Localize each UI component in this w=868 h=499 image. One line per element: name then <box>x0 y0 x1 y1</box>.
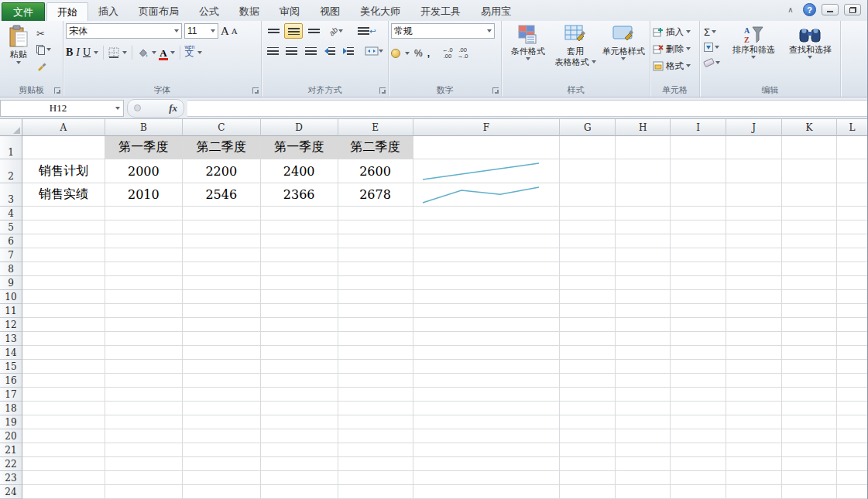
cell-D16[interactable] <box>261 374 338 388</box>
tab-view[interactable]: 视图 <box>310 2 350 21</box>
cell-L20[interactable] <box>837 429 868 443</box>
cell-L9[interactable] <box>837 276 868 290</box>
cell-B9[interactable] <box>105 276 183 290</box>
cell-B17[interactable] <box>105 388 183 402</box>
cell-J15[interactable] <box>726 360 782 374</box>
column-header-D[interactable]: D <box>261 119 338 136</box>
row-header-11[interactable]: 11 <box>0 304 22 318</box>
cell-K17[interactable] <box>782 388 837 402</box>
column-header-B[interactable]: B <box>105 119 183 136</box>
cell-H8[interactable] <box>616 262 671 276</box>
cell-C6[interactable] <box>183 234 261 248</box>
cell-J4[interactable] <box>726 207 782 220</box>
cell-H13[interactable] <box>616 332 671 346</box>
name-box[interactable]: H12 <box>0 100 124 117</box>
cell-F24[interactable] <box>413 485 561 499</box>
column-header-F[interactable]: F <box>413 119 561 136</box>
cell-B16[interactable] <box>105 374 183 388</box>
cell-D17[interactable] <box>261 388 338 402</box>
cell-K15[interactable] <box>782 360 837 374</box>
cell-A21[interactable] <box>22 443 105 457</box>
cell-H14[interactable] <box>616 346 671 360</box>
cell-K23[interactable] <box>782 471 837 485</box>
cell-C3[interactable]: 2546 <box>183 183 261 207</box>
column-header-G[interactable]: G <box>560 119 616 136</box>
cell-I6[interactable] <box>671 234 726 248</box>
cell-C14[interactable] <box>183 346 261 360</box>
clipboard-dialog-launcher[interactable] <box>54 87 60 94</box>
cell-F23[interactable] <box>413 471 561 485</box>
cell-I16[interactable] <box>671 374 726 388</box>
cell-D14[interactable] <box>261 346 338 360</box>
cell-C7[interactable] <box>183 248 261 262</box>
tab-formulas[interactable]: 公式 <box>189 2 229 21</box>
delete-cells-button[interactable]: 删除 <box>653 40 698 57</box>
underline-dropdown-icon[interactable] <box>94 51 98 54</box>
cell-B21[interactable] <box>105 443 183 457</box>
cell-H18[interactable] <box>616 402 671 415</box>
increase-indent-button[interactable] <box>340 43 357 59</box>
align-left-button[interactable] <box>264 43 281 59</box>
cell-E1[interactable]: 第二季度 <box>338 136 413 159</box>
cell-A13[interactable] <box>22 332 105 346</box>
cell-E20[interactable] <box>338 429 413 443</box>
cell-J2[interactable] <box>726 159 782 183</box>
cell-G5[interactable] <box>560 220 616 234</box>
cell-B22[interactable] <box>105 457 183 471</box>
cell-E11[interactable] <box>338 304 413 318</box>
row-header-14[interactable]: 14 <box>0 346 22 360</box>
row-header-13[interactable]: 13 <box>0 332 22 346</box>
cell-B19[interactable] <box>105 415 183 429</box>
cell-D7[interactable] <box>261 248 338 262</box>
cell-K4[interactable] <box>782 207 837 220</box>
cell-B3[interactable]: 2010 <box>105 183 183 207</box>
collapse-ribbon-icon[interactable]: ∧ <box>784 5 798 14</box>
cell-J20[interactable] <box>726 429 782 443</box>
cell-D13[interactable] <box>261 332 338 346</box>
cell-C10[interactable] <box>183 290 261 304</box>
borders-icon[interactable] <box>108 47 119 58</box>
cell-A4[interactable] <box>22 207 105 220</box>
cell-I4[interactable] <box>671 207 726 220</box>
cell-L7[interactable] <box>837 248 868 262</box>
cell-I9[interactable] <box>671 276 726 290</box>
row-header-8[interactable]: 8 <box>0 262 22 276</box>
cell-F19[interactable] <box>413 415 561 429</box>
cell-L3[interactable] <box>837 183 868 207</box>
cell-L6[interactable] <box>837 234 868 248</box>
alignment-dialog-launcher[interactable] <box>379 87 386 94</box>
cell-I1[interactable] <box>671 136 726 159</box>
cell-H3[interactable] <box>616 183 671 207</box>
comma-style-button[interactable]: , <box>427 48 430 59</box>
cell-A23[interactable] <box>22 471 105 485</box>
cell-E10[interactable] <box>338 290 413 304</box>
cell-H9[interactable] <box>616 276 671 290</box>
cell-D11[interactable] <box>261 304 338 318</box>
cell-J10[interactable] <box>726 290 782 304</box>
row-header-12[interactable]: 12 <box>0 318 22 332</box>
cell-H7[interactable] <box>616 248 671 262</box>
name-box-dropdown-icon[interactable] <box>115 107 120 110</box>
cell-K9[interactable] <box>782 276 837 290</box>
cell-L13[interactable] <box>837 332 868 346</box>
row-header-7[interactable]: 7 <box>0 248 22 262</box>
cell-F21[interactable] <box>413 443 561 457</box>
cell-D8[interactable] <box>261 262 338 276</box>
cell-L19[interactable] <box>837 415 868 429</box>
cell-G16[interactable] <box>560 374 616 388</box>
cell-I10[interactable] <box>671 290 726 304</box>
cell-K11[interactable] <box>782 304 837 318</box>
cell-C5[interactable] <box>183 220 261 234</box>
cell-C16[interactable] <box>183 374 261 388</box>
cell-J19[interactable] <box>726 415 782 429</box>
cell-B11[interactable] <box>105 304 183 318</box>
cell-H5[interactable] <box>616 220 671 234</box>
column-header-L[interactable]: L <box>837 119 868 136</box>
format-as-table-button[interactable]: 套用 表格格式 <box>551 23 599 82</box>
cell-C8[interactable] <box>183 262 261 276</box>
row-header-9[interactable]: 9 <box>0 276 22 290</box>
decrease-decimal-button[interactable]: .00 →.0 <box>458 47 468 60</box>
cell-I14[interactable] <box>671 346 726 360</box>
cell-C13[interactable] <box>183 332 261 346</box>
cell-K6[interactable] <box>782 234 837 248</box>
